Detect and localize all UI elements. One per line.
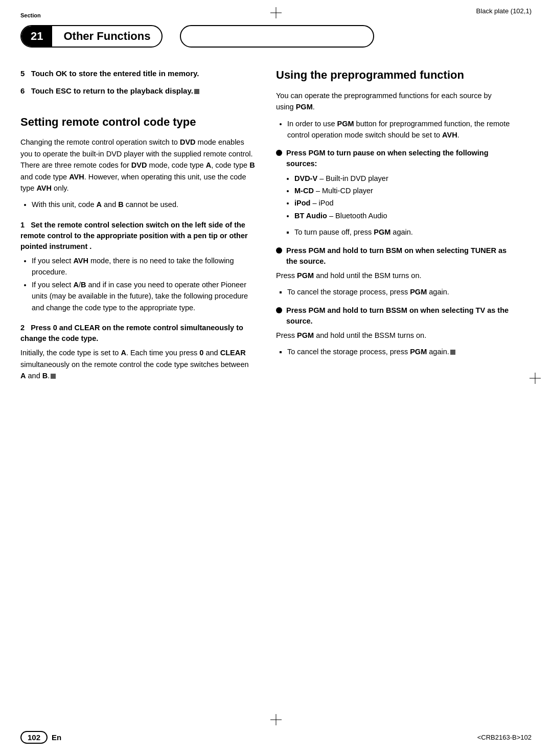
circle1-bullet-2: M-CD – Multi-CD player [294,185,511,196]
circle-heading-2: Press PGM and hold to turn BSM on when s… [276,245,511,267]
end-mark-2 [51,374,56,379]
section-number: 21 [21,26,52,47]
section-title-label: Other Functions [52,30,162,43]
using-bullet-1: In order to use PGM button for preprogra… [287,118,511,141]
setting-bullets: With this unit, code A and B cannot be u… [20,199,256,210]
section-label: Section [20,12,41,18]
footer-code: <CRB2163-B>102 [477,734,532,741]
end-mark-1 [194,89,199,94]
circle1-square-1: To turn pause off, press PGM again. [294,226,511,238]
step6-heading: 6 Touch ESC to return to the playback di… [20,85,256,97]
circle-heading-text-2: Press PGM and hold to turn BSM on when s… [286,245,511,267]
circle-heading-1: Press PGM to turn pause on when selectin… [276,148,511,169]
setting-bullet-1: With this unit, code A and B cannot be u… [32,199,256,210]
circle1-bullets: DVD-V – Built-in DVD player M-CD – Multi… [276,173,511,222]
step5-heading: 5 Touch OK to store the entered title in… [20,68,256,79]
setting-intro: Changing the remote control operation sw… [20,136,256,194]
circle2-square-bullets: To cancel the storage process, press PGM… [276,286,511,297]
header-right-box [180,25,374,48]
circle1-square-bullets: To turn pause off, press PGM again. [276,226,511,238]
left-column: 5 Touch OK to store the entered title in… [20,68,256,387]
step1-bullet-2: If you select A/B and if in case you nee… [32,279,256,313]
using-title: Using the preprogrammed function [276,68,511,83]
setting-title: Setting remote control code type [20,115,256,130]
using-intro: You can operate the preprogrammed functi… [276,90,511,113]
footer: 102 En <CRB2163-B>102 [0,731,552,744]
circle1-bullet-1: DVD-V – Built-in DVD player [294,173,511,184]
end-mark-3 [450,350,455,355]
page-number: 102 [20,731,48,744]
crosshair-bottom-center [270,714,282,725]
circle3-square-bullets: To cancel the storage process, press PGM… [276,346,511,357]
page: Black plate (102,1) Section 21 Other Fun… [0,0,552,756]
circle-dot-1 [276,150,282,156]
circle2-body: Press PGM and hold until the BSM turns o… [276,270,511,281]
section-box: 21 Other Functions [20,25,163,48]
using-bullets: In order to use PGM button for preprogra… [276,118,511,141]
crosshair-top-center [270,7,282,18]
right-column: Using the preprogrammed function You can… [276,68,511,387]
circle-heading-3: Press PGM and hold to turn BSSM on when … [276,305,511,327]
main-content: 5 Touch OK to store the entered title in… [0,68,552,387]
circle-heading-text-3: Press PGM and hold to turn BSSM on when … [286,305,511,327]
crosshair-middle-right [530,373,541,384]
step6-text: 6 Touch ESC to return to the playback di… [20,86,193,95]
circle3-square-1: To cancel the storage process, press PGM… [287,346,511,357]
footer-en: En [52,733,61,742]
circle-dot-2 [276,247,282,254]
black-plate-label: Black plate (102,1) [476,7,532,15]
circle1-bullet-3: iPod – iPod [294,197,511,209]
circle1-bullet-4: BT Audio – Bluetooth Audio [294,210,511,221]
circle-heading-text-1: Press PGM to turn pause on when selectin… [286,148,511,169]
step1-bullets: If you select AVH mode, there is no need… [20,255,256,313]
step1-bullet-1: If you select AVH mode, there is no need… [32,255,256,278]
step2-heading: 2 Press 0 and CLEAR on the remote contro… [20,323,256,344]
step2-body: Initially, the code type is set to A. Ea… [20,347,256,381]
circle-dot-3 [276,307,282,313]
circle2-square-1: To cancel the storage process, press PGM… [287,286,511,297]
footer-left: 102 En [20,731,61,744]
step1-heading: 1 Set the remote control selection switc… [20,220,256,252]
circle3-body: Press PGM and hold until the BSSM turns … [276,330,511,341]
